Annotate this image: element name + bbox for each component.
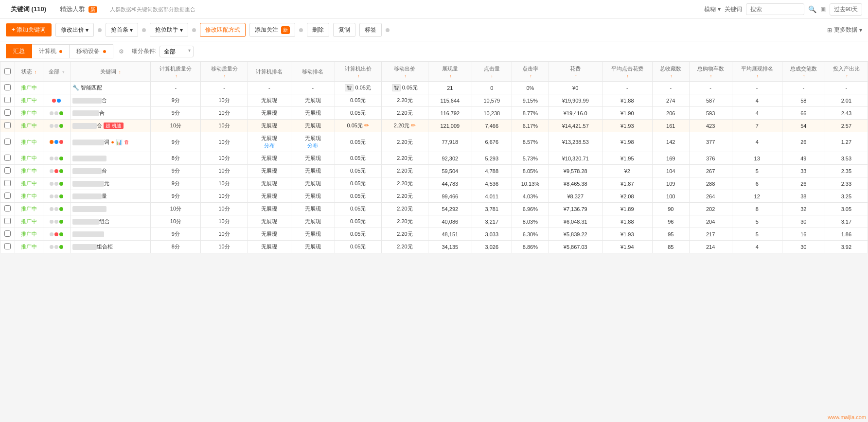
filter-select-wrap[interactable]: 全部 投放中 暂停 bbox=[157, 46, 194, 57]
keywords-tab[interactable]: 关键词 (110) bbox=[6, 3, 51, 16]
th-mobile-bid[interactable]: 移动出价 ↑ bbox=[381, 62, 428, 82]
row-collections-5: 169 bbox=[652, 152, 689, 165]
row-checkbox-10[interactable] bbox=[0, 215, 15, 228]
th-avg-rank[interactable]: 平均展现排名 ↑ bbox=[732, 62, 782, 82]
row-checkbox-4[interactable] bbox=[0, 132, 15, 152]
roi-sort[interactable]: ↑ bbox=[846, 73, 848, 78]
th-pc-bid[interactable]: 计算机出价 ↑ bbox=[335, 62, 381, 82]
th-pc-quality[interactable]: 计算机质量分 ↑ bbox=[151, 62, 201, 82]
row-pc-rank-3: 无展现 bbox=[248, 120, 291, 132]
row-checkbox-12[interactable] bbox=[0, 241, 15, 253]
tab-summary[interactable]: 汇总 bbox=[6, 44, 32, 58]
th-ctr[interactable]: 点击率 ↑ bbox=[512, 62, 549, 82]
th-cart[interactable]: 总购物车数 ↑ bbox=[689, 62, 732, 82]
row-impressions-4: 77,918 bbox=[428, 132, 472, 152]
row-clicks-2: 10,238 bbox=[472, 107, 512, 120]
row-status-0: 推广中 bbox=[15, 82, 43, 94]
total-orders-sort[interactable]: ↑ bbox=[803, 73, 805, 78]
row-checkbox-0[interactable] bbox=[0, 82, 15, 94]
copy-button[interactable]: 复制 bbox=[333, 23, 355, 37]
row-checkbox-11[interactable] bbox=[0, 228, 15, 241]
mobile-quality-sort[interactable]: ↑ bbox=[224, 73, 226, 78]
row-spend-5: ¥10,320.71 bbox=[549, 152, 602, 165]
search-icon[interactable]: 🔍 bbox=[808, 5, 816, 13]
row-collections-0: - bbox=[652, 82, 689, 94]
pc-bid-edit-3[interactable]: ✏ bbox=[364, 122, 369, 129]
cart-sort[interactable]: ↑ bbox=[710, 73, 712, 78]
keyword-sort-icon[interactable]: ↕ bbox=[119, 70, 121, 74]
distribute-pc-4[interactable]: 分布 bbox=[264, 142, 275, 148]
th-status[interactable]: 状态 ↕ bbox=[15, 62, 43, 82]
label-chevron-icon[interactable]: ▾ bbox=[62, 70, 65, 74]
row-checkbox-6[interactable] bbox=[0, 165, 15, 177]
status-sort-icon[interactable]: ↕ bbox=[35, 70, 37, 74]
th-mobile-quality[interactable]: 移动质量分 ↑ bbox=[201, 62, 248, 82]
th-collections[interactable]: 总收藏数 ↑ bbox=[652, 62, 689, 82]
grab-top-button[interactable]: 抢首条 ▾ bbox=[106, 23, 138, 37]
impressions-sort[interactable]: ↑ bbox=[449, 73, 452, 78]
filter-mode[interactable]: 模糊 ▾ bbox=[704, 5, 720, 14]
audience-tab[interactable]: 精选人群 新 bbox=[55, 3, 102, 16]
row-keyword-5 bbox=[71, 152, 151, 165]
row-checkbox-7[interactable] bbox=[0, 177, 15, 190]
th-avg-cpc[interactable]: 平均点击花费 ↑ bbox=[602, 62, 652, 82]
row-impressions-7: 44,783 bbox=[428, 177, 472, 190]
row-label-0 bbox=[43, 82, 70, 94]
mobile-bid-edit-3[interactable]: ✏ bbox=[411, 122, 416, 129]
tab-mobile[interactable]: 移动设备 bbox=[69, 44, 113, 58]
more-data-btn[interactable]: ⊞ 更多数据 ▾ bbox=[827, 26, 862, 34]
mobile-bid-sort[interactable]: ↑ bbox=[404, 73, 407, 78]
row-avg-cpc-10: ¥1.88 bbox=[602, 215, 652, 228]
dot3 bbox=[192, 28, 196, 32]
row-checkbox-5[interactable] bbox=[0, 152, 15, 165]
pc-bid-sort[interactable]: ↑ bbox=[357, 73, 360, 78]
collections-sort[interactable]: ↑ bbox=[670, 73, 673, 78]
row-pc-bid-6: 0.05元 bbox=[335, 165, 381, 177]
th-mobile-rank[interactable]: 移动排名 bbox=[291, 62, 335, 82]
modify-bid-button[interactable]: 修改出价 ▾ bbox=[55, 23, 94, 37]
row-clicks-6: 4,788 bbox=[472, 165, 512, 177]
row-pc-bid-3: 0.05元 ✏ bbox=[335, 120, 381, 132]
avg-cpc-sort[interactable]: ↑ bbox=[627, 73, 629, 78]
select-all-checkbox[interactable] bbox=[4, 68, 11, 74]
filter-select[interactable]: 全部 投放中 暂停 bbox=[159, 46, 194, 57]
date-filter[interactable]: 过去90天 bbox=[830, 3, 862, 16]
th-roi[interactable]: 投入产出比 ↑ bbox=[825, 62, 868, 82]
ctr-sort[interactable]: ↑ bbox=[530, 73, 532, 78]
pc-quality-sort[interactable]: ↑ bbox=[175, 73, 177, 78]
row-total-orders-2: 66 bbox=[782, 107, 825, 120]
th-label[interactable]: 全部 ▾ bbox=[43, 62, 70, 82]
row-checkbox-9[interactable] bbox=[0, 203, 15, 215]
th-clicks[interactable]: 点击量 ↓ bbox=[472, 62, 512, 82]
grab-helper-button[interactable]: 抢位助手 ▾ bbox=[150, 23, 188, 37]
avg-rank-sort[interactable]: ↑ bbox=[756, 73, 759, 78]
row-icon-red-4[interactable]: 🗑 bbox=[124, 139, 129, 145]
search-type[interactable]: 关键词 bbox=[725, 5, 742, 14]
th-keyword[interactable]: 关键词 ↕ bbox=[71, 62, 151, 82]
keyword-search-input[interactable] bbox=[746, 3, 804, 15]
clicks-sort[interactable]: ↓ bbox=[491, 73, 493, 78]
add-keyword-button[interactable]: + 添加关键词 bbox=[6, 23, 52, 36]
row-avg-rank-9: 8 bbox=[732, 203, 782, 215]
row-icon-orange-4[interactable]: ● bbox=[111, 139, 114, 145]
row-checkbox-2[interactable] bbox=[0, 107, 15, 120]
row-icon-blue-4[interactable]: 📊 bbox=[116, 139, 123, 145]
distribute-mobile-4[interactable]: 分布 bbox=[307, 142, 318, 148]
label-button[interactable]: 标签 bbox=[359, 23, 382, 37]
th-spend[interactable]: 花费 ↑ bbox=[549, 62, 602, 82]
tab-pc[interactable]: 计算机 bbox=[32, 44, 70, 58]
th-total-orders[interactable]: 总成交笔数 ↑ bbox=[782, 62, 825, 82]
spend-sort[interactable]: ↑ bbox=[575, 73, 577, 78]
th-pc-rank[interactable]: 计算机排名 bbox=[248, 62, 291, 82]
delete-button[interactable]: 删除 bbox=[307, 23, 329, 37]
row-pc-rank-5: 无展现 bbox=[248, 152, 291, 165]
row-total-orders-10: 30 bbox=[782, 215, 825, 228]
row-checkbox-3[interactable] bbox=[0, 120, 15, 132]
add-focus-button[interactable]: 添加关注 新 bbox=[249, 23, 295, 37]
modify-match-button[interactable]: 修改匹配方式 bbox=[200, 23, 246, 37]
th-impressions[interactable]: 展现量 ↑ bbox=[428, 62, 472, 82]
row-keyword-6: 台 bbox=[71, 165, 151, 177]
row-checkbox-8[interactable] bbox=[0, 190, 15, 203]
th-checkbox[interactable] bbox=[0, 62, 15, 82]
row-checkbox-1[interactable] bbox=[0, 94, 15, 107]
